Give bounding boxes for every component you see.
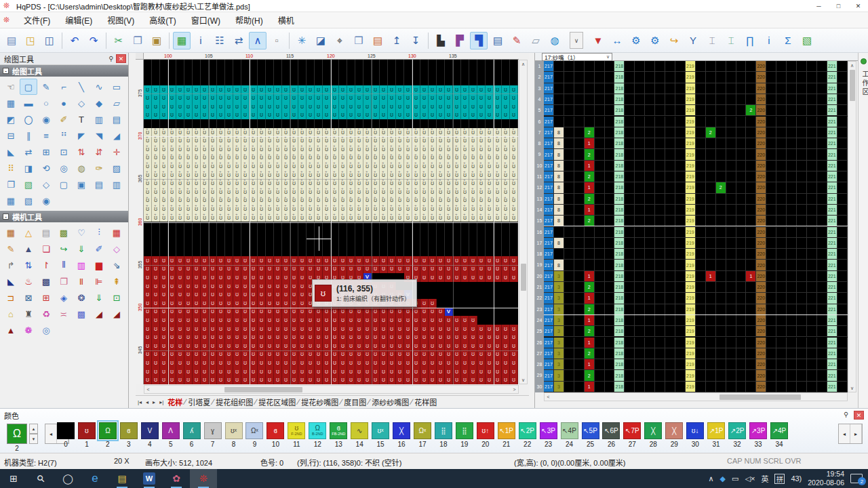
carrier-cell[interactable]: 220 — [756, 182, 766, 192]
grid-cell[interactable]: ʊ — [144, 325, 152, 333]
drawing-tool[interactable]: ▢ — [20, 79, 37, 95]
carrier-cell[interactable]: 220 — [756, 205, 766, 215]
grid-cell[interactable]: ʊ — [152, 325, 160, 333]
grid-cell[interactable] — [274, 60, 282, 68]
carrier-cell[interactable] — [655, 182, 665, 192]
machine-tool[interactable]: ♜ — [20, 306, 37, 322]
grid-cell[interactable]: ʊ — [486, 325, 494, 333]
drawing-tool[interactable]: ▭ — [108, 79, 125, 95]
carrier-cell[interactable] — [706, 94, 716, 104]
grid-cell[interactable]: ʊ — [315, 342, 323, 350]
grid-cell[interactable]: ʊ — [184, 308, 193, 317]
carrier-cell[interactable] — [787, 282, 797, 292]
carrier-cell[interactable] — [746, 315, 756, 325]
carrier-cell[interactable] — [595, 238, 605, 248]
open-file-icon[interactable]: ◳ — [22, 32, 39, 49]
carrier-cell[interactable]: 217 — [544, 227, 554, 237]
carrier-cell[interactable] — [675, 282, 686, 292]
grid-cell[interactable]: ʊ — [477, 94, 486, 102]
grid-cell[interactable]: ʊ — [445, 265, 453, 274]
grid-cell[interactable] — [486, 308, 494, 317]
carrier-cell[interactable] — [585, 94, 595, 104]
grid-cell[interactable] — [494, 308, 502, 317]
carrier-cell[interactable] — [746, 171, 756, 182]
grid-cell[interactable]: ʊ — [429, 85, 437, 94]
grid-cell[interactable]: ʊ — [250, 273, 258, 282]
grid-cell[interactable] — [201, 239, 209, 248]
grid-cell[interactable]: ʊ — [453, 325, 461, 333]
carrier-cell[interactable] — [696, 117, 706, 127]
grid-cell[interactable] — [429, 222, 437, 231]
carrier-cell[interactable]: 220 — [756, 348, 766, 359]
color-swatch[interactable]: ↖4P — [561, 422, 578, 439]
grid-cell[interactable]: ʊ — [233, 265, 241, 274]
grid-cell[interactable] — [290, 247, 298, 256]
grid-cell[interactable]: ʊ — [233, 273, 241, 282]
grid-cell[interactable]: ʊ — [298, 342, 307, 350]
grid-cell[interactable]: ʊ — [217, 342, 225, 350]
grid-cell[interactable] — [258, 247, 266, 256]
carrier-cell[interactable] — [817, 238, 827, 248]
edge-app[interactable]: e — [81, 469, 108, 488]
carrier-cell[interactable] — [726, 161, 736, 171]
grid-cell[interactable]: ʊ — [241, 290, 250, 299]
grid-cell[interactable]: ʊ — [461, 256, 469, 265]
tab-nav-button[interactable]: |◂ — [136, 399, 144, 405]
grid-cell[interactable]: ʊ — [266, 375, 274, 384]
grid-cell[interactable]: ʊ — [380, 333, 388, 342]
carrier-cell[interactable] — [787, 117, 797, 127]
carrier-cell[interactable]: 220 — [756, 338, 766, 348]
grid-cell[interactable]: ʊ — [233, 256, 241, 265]
color-swatch[interactable]: ↗1P — [707, 422, 725, 439]
carrier-cell[interactable] — [746, 282, 756, 292]
carrier-cell[interactable] — [675, 61, 686, 71]
grid-cell[interactable]: ʊ — [282, 85, 290, 94]
carrier-cell[interactable] — [706, 227, 716, 237]
carrier-cell[interactable] — [595, 359, 605, 369]
tray-app-icon[interactable]: ◆ — [720, 474, 726, 483]
carrier-cell[interactable]: 221 — [827, 271, 837, 281]
carrier-cell[interactable] — [837, 359, 848, 369]
carrier-cell[interactable]: 1 — [585, 359, 595, 369]
carrier-cell[interactable]: 1 — [585, 161, 595, 171]
color-swatch[interactable]: ʊˣ — [372, 422, 389, 439]
grid-cell[interactable] — [420, 247, 429, 256]
carrier-cell[interactable] — [625, 249, 635, 259]
grid-cell[interactable]: ʊ — [282, 342, 290, 350]
carrier-cell[interactable] — [665, 338, 675, 348]
carrier-cell[interactable] — [665, 117, 675, 127]
carrier-cell[interactable] — [605, 149, 615, 159]
carrier-cell[interactable] — [665, 83, 675, 94]
carrier-cell[interactable] — [635, 348, 645, 359]
grid-cell[interactable]: ʊ — [437, 102, 445, 111]
grid-cell[interactable]: ʊ — [250, 367, 258, 376]
grid-cell[interactable]: ʊ — [225, 375, 233, 384]
carrier-cell[interactable] — [595, 83, 605, 94]
grid-cell[interactable] — [241, 222, 250, 231]
drawing-tool[interactable]: ▤ — [108, 111, 125, 127]
grid-cell[interactable]: ʊ — [469, 111, 477, 120]
grid-cell[interactable]: ʊ — [396, 94, 404, 102]
pattern-book-icon[interactable]: ▤ — [489, 32, 507, 49]
carrier-cell[interactable]: 220 — [756, 304, 766, 314]
grid-cell[interactable]: ʊ — [176, 316, 184, 325]
drawing-tool[interactable]: ▥ — [90, 111, 108, 127]
grid-cell[interactable]: ʊ — [420, 333, 429, 342]
carrier-cell[interactable] — [645, 282, 655, 292]
carrier-cell[interactable] — [605, 271, 615, 281]
carrier-cell[interactable] — [574, 105, 585, 115]
carrier-cell[interactable] — [716, 370, 726, 380]
carrier-cell[interactable] — [817, 359, 827, 369]
carrier-cell[interactable] — [746, 249, 756, 259]
drawing-tool[interactable]: ○ — [37, 95, 55, 111]
grid-cell[interactable] — [429, 230, 437, 239]
grid-cell[interactable]: ʊ — [388, 359, 396, 367]
grid-cell[interactable]: ʊ — [510, 85, 518, 94]
grid-cell[interactable]: ʊ — [241, 333, 250, 342]
carrier-cell[interactable] — [605, 171, 615, 182]
carrier-cell[interactable] — [726, 326, 736, 336]
carrier-cell[interactable] — [645, 182, 655, 192]
minimize-button[interactable]: ─ — [809, 0, 829, 12]
carrier-cell[interactable] — [726, 117, 736, 127]
carrier-cell[interactable] — [807, 227, 817, 237]
